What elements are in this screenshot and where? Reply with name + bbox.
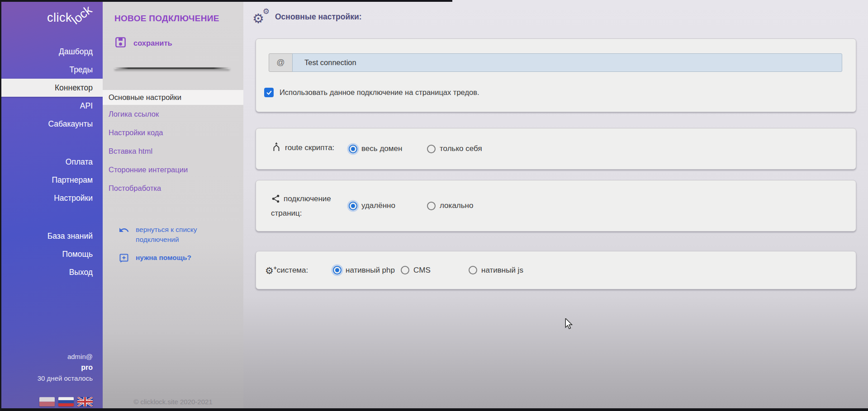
menu-item-html-insert[interactable]: Вставка html	[103, 142, 243, 161]
sidebar-item-label: Сабакаунты	[48, 119, 93, 129]
sidebar-item-logout[interactable]: Выход	[0, 263, 103, 281]
gears-icon: ⚙⚙	[252, 9, 270, 24]
use-on-threads-row: Использовать данное подключение на стран…	[264, 88, 479, 97]
radio-native-js[interactable]	[469, 266, 477, 274]
sidebar-item-subaccounts[interactable]: Сабакаунты	[0, 115, 103, 133]
system-settings-card: ⚙+система:нативный phpCMSнативный js	[256, 251, 856, 289]
menu-item-integrations[interactable]: Сторонние интеграции	[103, 161, 243, 179]
back-to-list-label: вернуться к списку подключений	[136, 225, 213, 245]
menu-item-main-settings[interactable]: Основные настройки	[103, 90, 243, 105]
route-group-label: route скрипта:	[271, 142, 349, 156]
save-icon	[114, 36, 127, 50]
radio-label-cms: CMS	[413, 266, 431, 275]
account-email: admin@	[38, 351, 93, 362]
radio-remote[interactable]	[349, 202, 357, 210]
menu-item-postprocessing[interactable]: Постобработка	[103, 179, 243, 198]
undo-icon	[119, 225, 129, 245]
need-help-link[interactable]: нужна помощь?	[119, 253, 223, 266]
menu-item-label: Сторонние интеграции	[109, 165, 188, 174]
need-help-label: нужна помощь?	[136, 253, 191, 266]
menu-item-label: Основные настройки	[109, 93, 181, 102]
sidebar-nav: ДашбордТредыКоннекторAPIСабакаунтыОплата…	[0, 43, 103, 281]
sidebar-item-api[interactable]: API	[0, 97, 103, 115]
poland-flag-icon[interactable]	[39, 397, 55, 406]
radio-option-only-self[interactable]: только себя	[427, 144, 505, 153]
app-window: clicklock ДашбордТредыКоннекторAPIСабака…	[0, 0, 868, 411]
basic-settings-card: @ Использовать данное подключение на стр…	[256, 38, 856, 112]
connection-name-input[interactable]	[292, 53, 842, 72]
use-on-threads-label: Использовать данное подключение на стран…	[280, 88, 479, 97]
connection-name-group: @	[269, 53, 842, 72]
radio-label-native-php: нативный php	[346, 266, 395, 275]
pages-settings-card: подключение страниц:удалённолокально	[256, 180, 856, 231]
save-button[interactable]: сохранить	[114, 36, 196, 50]
language-switcher	[39, 397, 93, 406]
radio-option-native-js[interactable]: нативный js	[469, 266, 536, 275]
sidebar-item-label: Треды	[69, 65, 93, 75]
system-group-label: ⚙+система:	[265, 264, 333, 276]
section-heading-label: Основные настройки:	[275, 12, 362, 22]
menu-item-code-settings[interactable]: Настройки кода	[103, 123, 243, 142]
sidebar-item-partners[interactable]: Партнерам	[0, 171, 103, 189]
use-on-threads-checkbox[interactable]	[264, 88, 274, 97]
sidebar-item-label: Оплата	[66, 157, 93, 167]
help-plus-icon	[119, 253, 129, 266]
share-icon	[271, 194, 280, 207]
russia-flag-icon[interactable]	[58, 397, 74, 406]
panel-divider	[114, 67, 230, 69]
main-content: ⚙⚙ Основные настройки: @ Использовать да…	[243, 0, 868, 411]
menu-item-link-logic[interactable]: Логика ссылок	[103, 105, 243, 123]
pages-group-label: подключение страниц:	[271, 193, 349, 219]
radio-option-native-php[interactable]: нативный php	[333, 266, 401, 275]
sidebar-item-label: Помощь	[62, 250, 93, 259]
sidebar-item-label: Выход	[69, 268, 93, 277]
radio-cms[interactable]	[401, 266, 409, 274]
gear-plus-icon: ⚙+	[265, 266, 274, 275]
radio-option-whole-domain[interactable]: весь домен	[349, 144, 427, 153]
sidebar-item-label: База знаний	[47, 231, 93, 241]
sidebar-item-label: Партнерам	[52, 175, 93, 185]
menu-item-label: Вставка html	[109, 147, 152, 156]
sidebar-item-label: API	[80, 101, 93, 111]
save-button-label: сохранить	[133, 39, 172, 47]
radio-native-php[interactable]	[333, 266, 342, 274]
radio-option-remote[interactable]: удалённо	[349, 201, 427, 210]
logo-text-click: click	[47, 11, 72, 24]
connection-settings-menu: Основные настройкиЛогика ссылокНастройки…	[103, 90, 243, 198]
sidebar-item-help[interactable]: Помощь	[0, 245, 103, 263]
sidebar-item-label: Дашборд	[59, 47, 93, 57]
uk-flag-icon[interactable]	[77, 397, 93, 406]
menu-item-label: Логика ссылок	[109, 110, 159, 118]
letterbox-bottom	[0, 408, 868, 411]
sidebar-item-label: Коннектор	[55, 83, 93, 93]
radio-local[interactable]	[427, 202, 436, 210]
radio-label-only-self: только себя	[440, 144, 482, 153]
radio-only-self[interactable]	[427, 145, 436, 153]
radio-label-whole-domain: весь домен	[361, 144, 402, 153]
radio-option-cms[interactable]: CMS	[401, 266, 469, 275]
logo-text-lock: lock	[69, 3, 95, 28]
radio-option-local[interactable]: локально	[427, 201, 505, 210]
panel-links: вернуться к списку подключений нужна пом…	[119, 225, 243, 266]
sidebar-item-connector[interactable]: Коннектор	[0, 79, 103, 97]
account-plan: pro	[38, 362, 93, 373]
panel-title: НОВОЕ ПОДКЛЮЧЕНИЕ	[103, 0, 243, 24]
letterbox-top	[0, 0, 452, 2]
sidebar-item-dashboard[interactable]: Дашборд	[0, 43, 103, 61]
menu-item-label: Постобработка	[109, 184, 161, 193]
sidebar-item-knowledge-base[interactable]: База знаний	[0, 227, 103, 245]
radio-whole-domain[interactable]	[349, 145, 357, 153]
menu-item-label: Настройки кода	[109, 128, 163, 137]
sidebar-item-settings[interactable]: Настройки	[0, 189, 103, 207]
back-to-list-link[interactable]: вернуться к списку подключений	[119, 225, 223, 245]
connection-panel: НОВОЕ ПОДКЛЮЧЕНИЕ сохранить Основные нас…	[103, 0, 243, 411]
radio-label-remote: удалённо	[361, 201, 395, 210]
option-groups: route скрипта:весь доментолько себяподкл…	[243, 128, 868, 289]
clicklock-logo[interactable]: clicklock	[0, 0, 103, 33]
sidebar-item-label: Настройки	[54, 194, 93, 203]
sidebar-item-threads[interactable]: Треды	[0, 61, 103, 79]
route-icon	[271, 142, 282, 156]
copyright-footer: © clicklock.site 2020-2021	[103, 398, 243, 406]
account-info: admin@ pro 30 дней осталось	[38, 351, 93, 384]
sidebar-item-payment[interactable]: Оплата	[0, 153, 103, 171]
